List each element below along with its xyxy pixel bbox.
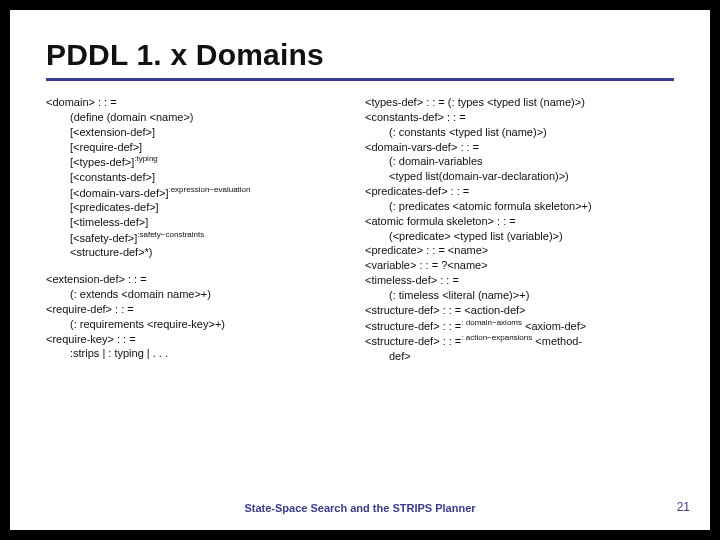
grammar-line: <atomic formula skeleton> : : = — [365, 214, 674, 229]
grammar-line: <variable> : : = ?<name> — [365, 258, 674, 273]
grammar-line: <domain> : : = — [46, 95, 355, 110]
page-number: 21 — [677, 500, 690, 514]
grammar-line: [<extension-def>] — [70, 125, 355, 140]
grammar-line: (: constants <typed list (name)>) — [365, 125, 674, 140]
grammar-line: [<require-def>] — [70, 140, 355, 155]
grammar-line: <structure-def> : : =: domain−axioms <ax… — [365, 318, 674, 334]
grammar-line: [<safety-def>]:safety−constraints — [70, 230, 355, 246]
grammar-line: [<types-def>]:typing — [70, 154, 355, 170]
grammar-line: [<predicates-def>] — [70, 200, 355, 215]
grammar-line: [<domain-vars-def>]:expression−evaluatio… — [70, 185, 355, 201]
grammar-line: <structure-def> : : = <action-def> — [365, 303, 674, 318]
grammar-line: <typed list(domain-var-declaration)>) — [365, 169, 674, 184]
grammar-line: (: requirements <require-key>+) — [46, 317, 355, 332]
grammar-line: <structure-def> : : =: action−expansions… — [365, 333, 674, 349]
grammar-line: def> — [365, 349, 674, 364]
grammar-line: (: domain-variables — [365, 154, 674, 169]
content-columns: <domain> : : = (define (domain <name>)[<… — [46, 95, 674, 373]
grammar-line: <constants-def> : : = — [365, 110, 674, 125]
grammar-indent-block: (define (domain <name>)[<extension-def>]… — [46, 110, 355, 260]
grammar-line: [<timeless-def>] — [70, 215, 355, 230]
grammar-line: <extension-def> : : = — [46, 272, 355, 287]
slide: PDDL 1. x Domains <domain> : : = (define… — [10, 10, 710, 530]
grammar-line: <require-def> : : = — [46, 302, 355, 317]
title-rule — [46, 78, 674, 81]
grammar-line: <require-key> : : = — [46, 332, 355, 347]
slide-title: PDDL 1. x Domains — [46, 38, 674, 72]
grammar-line: (: extends <domain name>+) — [46, 287, 355, 302]
grammar-line: <predicate> : : = <name> — [365, 243, 674, 258]
grammar-line: (: predicates <atomic formula skeleton>+… — [365, 199, 674, 214]
grammar-line: <timeless-def> : : = — [365, 273, 674, 288]
grammar-line: :strips | : typing | . . . — [46, 346, 355, 361]
grammar-line: (: timeless <literal (name)>+) — [365, 288, 674, 303]
grammar-line: [<constants-def>] — [70, 170, 355, 185]
grammar-domain: <domain> : : = (define (domain <name>)[<… — [46, 95, 355, 260]
slide-footer: State-Space Search and the STRIPS Planne… — [10, 502, 710, 514]
grammar-line: <types-def> : : = (: types <typed list (… — [365, 95, 674, 110]
grammar-line: <structure-def>*) — [70, 245, 355, 260]
right-column: <types-def> : : = (: types <typed list (… — [365, 95, 674, 373]
grammar-line: (<predicate> <typed list (variable)>) — [365, 229, 674, 244]
grammar-line: (define (domain <name>) — [70, 110, 355, 125]
grammar-extension: <extension-def> : : =(: extends <domain … — [46, 272, 355, 361]
grammar-line: <predicates-def> : : = — [365, 184, 674, 199]
grammar-line: <domain-vars-def> : : = — [365, 140, 674, 155]
left-column: <domain> : : = (define (domain <name>)[<… — [46, 95, 355, 373]
